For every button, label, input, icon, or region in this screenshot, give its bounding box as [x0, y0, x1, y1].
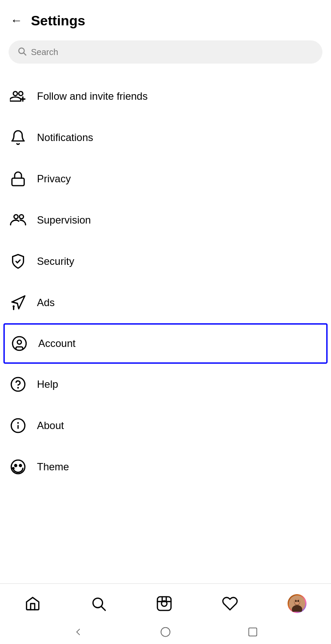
- nav-search[interactable]: [83, 592, 113, 615]
- bell-icon: [9, 128, 28, 147]
- avatar: [288, 594, 306, 613]
- svg-point-31: [297, 600, 298, 602]
- theme-icon: [9, 457, 28, 476]
- svg-point-30: [295, 600, 296, 602]
- bottom-nav-items: [0, 584, 331, 620]
- svg-point-32: [161, 628, 170, 637]
- ads-icon: [9, 293, 28, 312]
- svg-rect-2: [12, 178, 25, 185]
- follow-label: Follow and invite friends: [37, 90, 147, 102]
- privacy-label: Privacy: [37, 173, 71, 185]
- home-icon: [25, 595, 41, 612]
- android-back-icon: [72, 626, 84, 638]
- search-container: [0, 36, 331, 72]
- android-nav: [0, 620, 331, 644]
- nav-activity[interactable]: [215, 592, 245, 615]
- supervision-label: Supervision: [37, 214, 91, 226]
- sidebar-item-help[interactable]: Help: [0, 364, 331, 405]
- search-input[interactable]: [31, 47, 314, 57]
- svg-point-15: [11, 460, 25, 474]
- account-icon: [10, 334, 29, 353]
- android-recents-icon: [247, 626, 259, 638]
- help-label: Help: [37, 378, 58, 390]
- account-label: Account: [38, 337, 76, 350]
- svg-line-5: [12, 302, 18, 303]
- svg-point-17: [19, 464, 21, 466]
- search-nav-icon: [90, 595, 107, 612]
- sidebar-item-supervision[interactable]: Supervision: [0, 199, 331, 241]
- android-home-button[interactable]: [159, 626, 172, 638]
- help-icon: [9, 375, 28, 394]
- android-home-icon: [159, 626, 172, 638]
- nav-home[interactable]: [18, 592, 48, 615]
- page-title: Settings: [31, 13, 85, 29]
- follow-icon: [9, 87, 28, 106]
- android-back-button[interactable]: [72, 626, 84, 638]
- info-icon: [9, 416, 28, 435]
- svg-point-4: [19, 215, 24, 219]
- bottom-nav: [0, 583, 331, 644]
- sidebar-item-notifications[interactable]: Notifications: [0, 117, 331, 158]
- security-label: Security: [37, 255, 74, 267]
- sidebar-item-privacy[interactable]: Privacy: [0, 158, 331, 199]
- sidebar-item-ads[interactable]: Ads: [0, 282, 331, 323]
- sidebar-item-account[interactable]: Account: [3, 323, 328, 364]
- about-label: About: [37, 420, 64, 432]
- sidebar-item-theme[interactable]: Theme: [0, 446, 331, 488]
- svg-rect-33: [249, 628, 257, 636]
- heart-icon: [222, 595, 238, 612]
- svg-point-10: [11, 377, 25, 391]
- menu-list: Follow and invite friends Notifications …: [0, 72, 331, 491]
- lock-icon: [9, 169, 28, 188]
- sidebar-item-security[interactable]: Security: [0, 241, 331, 282]
- svg-point-9: [17, 340, 21, 344]
- svg-point-29: [294, 599, 300, 605]
- search-icon: [17, 46, 27, 58]
- svg-point-16: [15, 464, 17, 466]
- avatar-icon: [289, 595, 305, 612]
- back-arrow-icon: ←: [10, 14, 22, 28]
- sidebar-item-about[interactable]: About: [0, 405, 331, 446]
- header: ← Settings: [0, 0, 331, 36]
- notifications-label: Notifications: [37, 132, 93, 144]
- svg-point-3: [14, 215, 18, 219]
- theme-label: Theme: [37, 461, 69, 473]
- reels-icon: [156, 595, 172, 612]
- back-button[interactable]: ←: [9, 12, 24, 29]
- shield-icon: [9, 252, 28, 271]
- search-bar[interactable]: [9, 40, 322, 64]
- nav-reels[interactable]: [149, 592, 179, 615]
- supervision-icon: [9, 211, 28, 230]
- nav-profile[interactable]: [281, 591, 313, 616]
- sidebar-item-follow[interactable]: Follow and invite friends: [0, 76, 331, 117]
- svg-line-1: [24, 53, 26, 55]
- svg-rect-21: [157, 597, 171, 610]
- ads-label: Ads: [37, 297, 55, 309]
- android-recents-button[interactable]: [247, 626, 259, 638]
- svg-point-8: [12, 337, 26, 350]
- svg-line-20: [101, 607, 105, 610]
